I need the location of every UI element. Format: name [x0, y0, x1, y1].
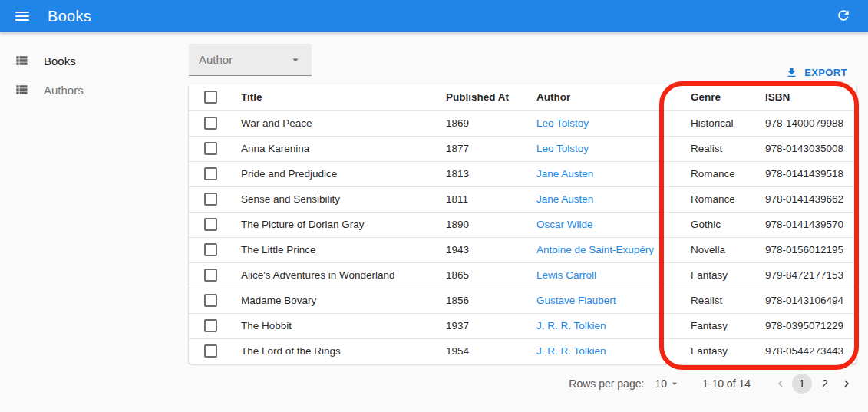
column-header-author[interactable]: Author: [527, 84, 682, 110]
table-row[interactable]: Pride and Predjudice 1813 Jane Austen Ro…: [189, 161, 856, 186]
cell-published-at: 1954: [437, 338, 527, 364]
column-header-published-at[interactable]: Published At: [437, 84, 527, 110]
pagination-range: 1-10 of 14: [702, 377, 751, 390]
cell-isbn: 978-0395071229: [756, 313, 856, 338]
sidebar-item-label: Books: [44, 54, 76, 68]
row-checkbox[interactable]: [204, 344, 217, 358]
select-all-checkbox[interactable]: [204, 91, 217, 104]
table-row[interactable]: The Lord of the Rings 1954 J. R. R. Tolk…: [189, 338, 856, 364]
author-link[interactable]: Leo Tolstoy: [536, 117, 589, 129]
page: Books Books Authors Author: [0, 0, 868, 412]
download-icon: [785, 66, 798, 79]
page-button-1[interactable]: 1: [792, 374, 812, 394]
content-area: Books Authors Author EXPORT: [0, 32, 868, 412]
view-list-icon: [14, 53, 29, 68]
row-checkbox[interactable]: [204, 142, 217, 155]
rows-per-page-value: 10: [655, 377, 667, 390]
cell-title: The Picture of Dorian Gray: [232, 212, 437, 237]
chevron-down-icon: [668, 377, 681, 390]
chevron-right-icon: [840, 377, 853, 391]
author-link[interactable]: Antoine de Saint-Exupéry: [536, 244, 654, 255]
row-checkbox[interactable]: [204, 167, 217, 180]
table-row[interactable]: Anna Karenina 1877 Leo Tolstoy Realist 9…: [189, 136, 856, 161]
refresh-icon[interactable]: [834, 7, 853, 25]
row-checkbox[interactable]: [204, 269, 217, 282]
author-link[interactable]: Jane Austen: [536, 193, 593, 205]
next-page-button[interactable]: [837, 374, 856, 394]
cell-title: War and Peace: [232, 110, 437, 136]
cell-title: Sense and Sensibility: [232, 186, 437, 212]
row-checkbox[interactable]: [204, 294, 217, 307]
previous-page-button[interactable]: [771, 374, 790, 394]
cell-genre: Gothic: [682, 212, 756, 237]
cell-genre: Novella: [682, 237, 756, 262]
row-checkbox[interactable]: [204, 117, 217, 130]
app-bar: Books: [0, 0, 868, 32]
cell-published-at: 1856: [437, 288, 527, 313]
cell-isbn: 978-0544273443: [756, 338, 856, 364]
cell-published-at: 1890: [437, 212, 527, 237]
column-header-isbn[interactable]: ISBN: [756, 84, 856, 110]
rows-per-page-select[interactable]: 10: [655, 377, 681, 390]
table-row[interactable]: War and Peace 1869 Leo Tolstoy Historica…: [189, 110, 856, 136]
table-row[interactable]: Alice's Adventures in Wonderland 1865 Le…: [189, 262, 856, 288]
table-row[interactable]: The Picture of Dorian Gray 1890 Oscar Wi…: [189, 212, 856, 237]
cell-isbn: 978-0143035008: [756, 136, 856, 161]
cell-isbn: 978-0156012195: [756, 237, 856, 262]
column-header-title[interactable]: Title: [232, 84, 437, 110]
cell-isbn: 978-0141439518: [756, 161, 856, 186]
author-filter-label: Author: [199, 53, 289, 66]
table-row[interactable]: The Little Prince 1943 Antoine de Saint-…: [189, 237, 856, 262]
chevron-down-icon: [289, 53, 302, 67]
cell-genre: Fantasy: [682, 338, 756, 364]
cell-published-at: 1877: [437, 136, 527, 161]
cell-genre: Fantasy: [682, 313, 756, 338]
row-checkbox[interactable]: [204, 193, 217, 206]
view-list-icon: [14, 82, 29, 97]
sidebar: Books Authors: [0, 32, 184, 412]
books-table-card: Title Published At Author Genre ISBN War…: [189, 84, 856, 364]
cell-title: The Little Prince: [232, 237, 437, 262]
table-row[interactable]: Madame Bovary 1856 Gustave Flaubert Real…: [189, 288, 856, 313]
cell-genre: Realist: [682, 288, 756, 313]
author-link[interactable]: Gustave Flaubert: [536, 295, 616, 306]
table-row[interactable]: The Hobbit 1937 J. R. R. Tolkien Fantasy…: [189, 313, 856, 338]
cell-published-at: 1811: [437, 186, 527, 212]
table-row[interactable]: Sense and Sensibility 1811 Jane Austen R…: [189, 186, 856, 212]
cell-genre: Romance: [682, 186, 756, 212]
cell-title: The Hobbit: [232, 313, 437, 338]
cell-title: Pride and Predjudice: [232, 161, 437, 186]
author-link[interactable]: Oscar Wilde: [536, 219, 593, 230]
export-button[interactable]: EXPORT: [779, 63, 853, 82]
cell-isbn: 978-1400079988: [756, 110, 856, 136]
author-link[interactable]: Lewis Carroll: [536, 269, 596, 281]
cell-title: The Lord of the Rings: [232, 338, 437, 364]
export-button-label: EXPORT: [804, 67, 847, 78]
cell-isbn: 978-0143106494: [756, 288, 856, 313]
menu-icon[interactable]: [15, 7, 34, 25]
column-header-genre[interactable]: Genre: [682, 84, 756, 110]
app-title: Books: [48, 8, 91, 25]
row-checkbox[interactable]: [204, 319, 217, 332]
cell-isbn: 978-0141439662: [756, 186, 856, 212]
cell-isbn: 978-0141439570: [756, 212, 856, 237]
author-link[interactable]: Leo Tolstoy: [536, 143, 589, 154]
sidebar-item-authors[interactable]: Authors: [0, 75, 184, 104]
books-table: Title Published At Author Genre ISBN War…: [189, 84, 856, 364]
sidebar-item-label: Authors: [44, 84, 84, 97]
cell-genre: Historical: [682, 110, 756, 136]
author-link[interactable]: J. R. R. Tolkien: [536, 345, 606, 357]
list-toolbar: Author EXPORT: [189, 32, 856, 84]
cell-title: Madame Bovary: [232, 288, 437, 313]
cell-published-at: 1865: [437, 262, 527, 288]
cell-published-at: 1943: [437, 237, 527, 262]
author-link[interactable]: J. R. R. Tolkien: [536, 320, 606, 331]
row-checkbox[interactable]: [204, 243, 217, 256]
author-link[interactable]: Jane Austen: [536, 168, 593, 180]
row-checkbox[interactable]: [204, 218, 217, 231]
cell-isbn: 979-8472177153: [756, 262, 856, 288]
author-filter-select[interactable]: Author: [189, 44, 312, 76]
page-button-2[interactable]: 2: [815, 374, 835, 394]
sidebar-item-books[interactable]: Books: [0, 46, 184, 75]
page-navigation: 1 2: [771, 374, 856, 394]
